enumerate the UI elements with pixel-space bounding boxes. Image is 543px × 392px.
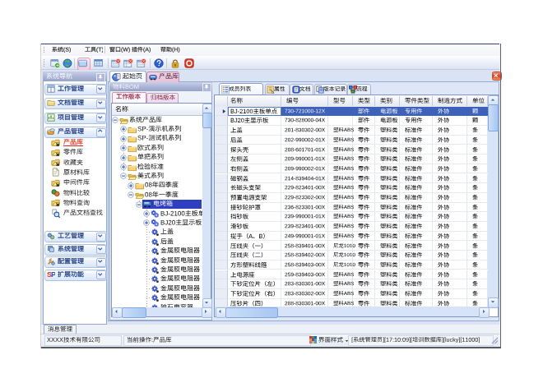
svg-text:P: P: [51, 270, 55, 278]
